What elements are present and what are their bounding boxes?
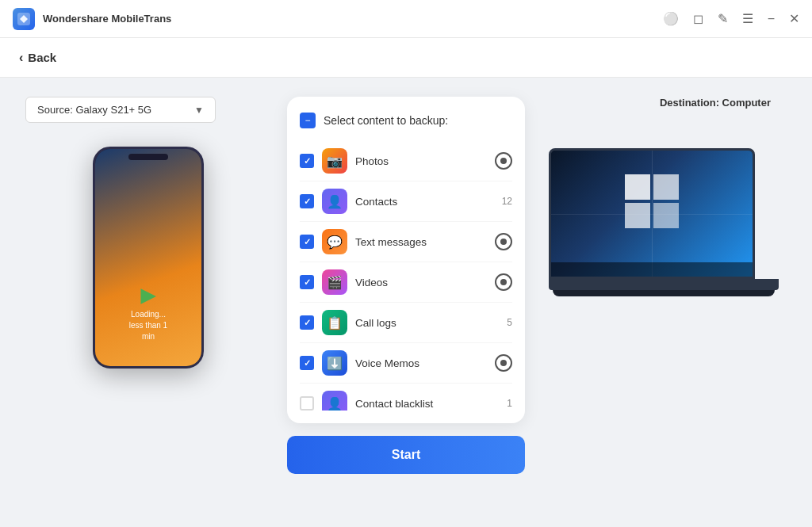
contact-blacklist-label: Contact blacklist bbox=[355, 398, 488, 410]
card-header-title: Select content to backup: bbox=[324, 114, 448, 127]
laptop-screen bbox=[549, 148, 755, 279]
phone-power-button bbox=[202, 220, 204, 244]
list-item: 🎬 Videos bbox=[300, 262, 512, 303]
content-selector-card: − Select content to backup: 📷 Photos bbox=[287, 97, 525, 423]
phone-screen: Loading...less than 1 min bbox=[95, 149, 201, 366]
text-messages-label: Text messages bbox=[355, 236, 487, 248]
phone-illustration: Loading...less than 1 min bbox=[93, 147, 204, 369]
phone-body: Loading...less than 1 min bbox=[93, 147, 204, 369]
voice-memos-label: Voice Memos bbox=[355, 357, 487, 369]
contacts-badge: 12 bbox=[496, 196, 512, 207]
camera-inner bbox=[500, 239, 507, 245]
list-item: 👤 Contacts 12 bbox=[300, 181, 512, 222]
back-bar: ‹ Back bbox=[0, 38, 812, 78]
videos-checkbox[interactable] bbox=[300, 275, 314, 289]
card-header: − Select content to backup: bbox=[300, 113, 512, 130]
text-messages-checkbox[interactable] bbox=[300, 235, 314, 249]
source-label: Source: Galaxy S21+ 5G bbox=[37, 104, 151, 116]
messages-icon: 💬 bbox=[322, 229, 347, 254]
app-title: Wondershare MobileTrans bbox=[43, 13, 663, 25]
title-bar: Wondershare MobileTrans ⚪ ◻ ✎ ☰ − ✕ bbox=[0, 0, 812, 38]
camera-inner bbox=[500, 158, 507, 164]
camera-inner bbox=[500, 360, 507, 366]
left-panel: Source: Galaxy S21+ 5G ▼ Loading...less … bbox=[25, 97, 271, 369]
edit-icon[interactable]: ✎ bbox=[718, 11, 728, 26]
content-list[interactable]: 📷 Photos 👤 Contacts 12 💬 bbox=[300, 141, 512, 411]
phone-volume-down-button bbox=[93, 244, 94, 268]
play-icon bbox=[140, 288, 156, 304]
photos-checkbox[interactable] bbox=[300, 154, 314, 168]
photos-icon: 📷 bbox=[322, 148, 347, 174]
photos-label: Photos bbox=[355, 155, 487, 167]
messages-camera-badge bbox=[495, 233, 512, 250]
start-button[interactable]: Start bbox=[287, 436, 525, 474]
laptop-illustration bbox=[549, 148, 779, 296]
chevron-down-icon: ▼ bbox=[194, 105, 204, 116]
voice-memos-icon: ⬇️ bbox=[322, 350, 347, 376]
laptop-screen-content bbox=[551, 151, 753, 277]
laptop-hinge bbox=[553, 290, 775, 296]
list-item: 👤 Contact blacklist 1 bbox=[300, 384, 512, 411]
call-logs-icon: 📋 bbox=[322, 310, 347, 335]
call-logs-label: Call logs bbox=[355, 317, 488, 329]
laptop-taskbar bbox=[551, 262, 753, 277]
list-item: 📷 Photos bbox=[300, 141, 512, 181]
list-item: ⬇️ Voice Memos bbox=[300, 343, 512, 384]
videos-camera-badge bbox=[495, 273, 512, 291]
destination-label: Destination: Computer bbox=[660, 97, 787, 109]
contacts-checkbox[interactable] bbox=[300, 194, 314, 208]
contacts-label: Contacts bbox=[355, 196, 488, 208]
profile-icon[interactable]: ⚪ bbox=[663, 11, 679, 26]
main-content: Source: Galaxy S21+ 5G ▼ Loading...less … bbox=[0, 78, 812, 527]
contact-blacklist-badge: 1 bbox=[496, 398, 512, 409]
contacts-icon: 👤 bbox=[322, 189, 347, 214]
right-panel: Destination: Computer bbox=[541, 97, 787, 296]
voice-memos-checkbox[interactable] bbox=[300, 356, 314, 370]
window-icon[interactable]: ◻ bbox=[693, 11, 703, 26]
videos-icon: 🎬 bbox=[322, 269, 347, 295]
laptop-base bbox=[549, 279, 779, 290]
window-controls: ⚪ ◻ ✎ ☰ − ✕ bbox=[663, 11, 799, 26]
center-panel: − Select content to backup: 📷 Photos bbox=[287, 97, 525, 474]
back-label: Back bbox=[28, 51, 56, 64]
phone-notch bbox=[128, 154, 168, 160]
contact-blacklist-icon: 👤 bbox=[322, 391, 347, 411]
close-icon[interactable]: ✕ bbox=[789, 11, 799, 26]
camera-inner bbox=[500, 279, 507, 285]
phone-loading: Loading...less than 1 min bbox=[122, 288, 175, 342]
loading-text: Loading...less than 1 min bbox=[122, 309, 175, 342]
app-logo bbox=[13, 8, 35, 30]
minimize-icon[interactable]: − bbox=[768, 12, 775, 26]
source-dropdown[interactable]: Source: Galaxy S21+ 5G ▼ bbox=[25, 97, 216, 123]
list-item: 📋 Call logs 5 bbox=[300, 303, 512, 343]
contact-blacklist-checkbox[interactable] bbox=[300, 396, 314, 411]
call-logs-badge: 5 bbox=[496, 317, 512, 328]
list-item: 💬 Text messages bbox=[300, 222, 512, 262]
back-arrow-icon: ‹ bbox=[19, 51, 23, 65]
call-logs-checkbox[interactable] bbox=[300, 315, 314, 330]
menu-icon[interactable]: ☰ bbox=[742, 11, 753, 26]
phone-volume-up-button bbox=[93, 212, 94, 236]
back-button[interactable]: ‹ Back bbox=[19, 51, 56, 65]
photos-camera-badge bbox=[495, 152, 512, 170]
minus-icon: − bbox=[300, 113, 316, 128]
voice-camera-badge bbox=[495, 354, 512, 372]
videos-label: Videos bbox=[355, 277, 487, 288]
